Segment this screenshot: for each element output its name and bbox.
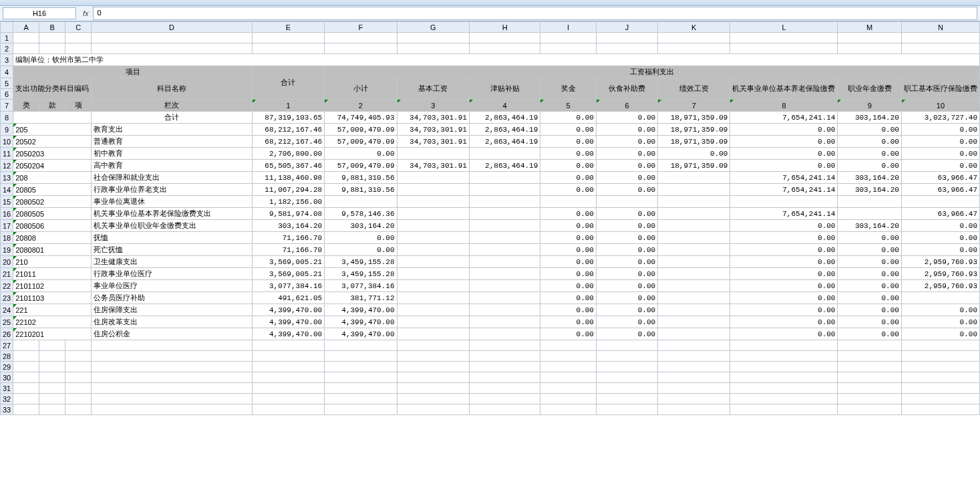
cell[interactable]	[13, 43, 39, 54]
cell[interactable]: 0.00	[325, 244, 397, 256]
cell[interactable]: 0.00	[596, 172, 657, 184]
cell[interactable]: 0.00	[838, 124, 901, 136]
cell-code[interactable]: 20805	[13, 184, 92, 196]
cell[interactable]: 0.00	[730, 292, 838, 304]
col-header[interactable]: C	[65, 22, 92, 33]
hdr-colnum[interactable]: 4	[469, 100, 540, 112]
cell[interactable]: 18,971,359.09	[658, 112, 730, 124]
cell[interactable]	[596, 351, 657, 362]
cell[interactable]: 0.00	[901, 304, 979, 316]
cell[interactable]	[540, 196, 597, 208]
cell[interactable]	[92, 404, 253, 415]
cell[interactable]	[252, 404, 324, 415]
cell[interactable]	[397, 362, 469, 372]
cell[interactable]: 2,959,760.93	[901, 280, 979, 292]
row-header[interactable]: 6	[1, 89, 13, 100]
row-header[interactable]: 29	[1, 362, 13, 372]
cell[interactable]: 0.00	[596, 220, 657, 232]
cell[interactable]: 0.00	[540, 112, 597, 124]
cell[interactable]: 0.00	[901, 220, 979, 232]
cell-code[interactable]: 22102	[13, 316, 92, 328]
cell[interactable]	[838, 404, 901, 415]
cell[interactable]: 0.00	[596, 136, 657, 148]
row-header[interactable]: 5	[1, 78, 13, 89]
cell[interactable]	[397, 340, 469, 351]
cell[interactable]	[469, 268, 540, 280]
cell[interactable]: 0.00	[838, 316, 901, 328]
cell[interactable]	[730, 33, 838, 43]
cell[interactable]	[596, 362, 657, 372]
cell[interactable]	[65, 340, 92, 351]
cell[interactable]	[325, 33, 397, 43]
row-header[interactable]: 27	[1, 340, 13, 351]
row-header[interactable]: 25	[1, 316, 13, 328]
cell[interactable]: 3,023,727.40	[901, 112, 979, 124]
row-header[interactable]: 32	[1, 394, 13, 404]
row-header[interactable]: 12	[1, 160, 13, 172]
cell[interactable]: 0.00	[540, 136, 597, 148]
cell[interactable]	[92, 394, 253, 404]
cell[interactable]: 303,164.20	[838, 220, 901, 232]
cell[interactable]	[39, 394, 65, 404]
cell[interactable]: 0.00	[596, 148, 657, 160]
row-header[interactable]: 9	[1, 124, 13, 136]
cell[interactable]: 18,971,359.09	[658, 124, 730, 136]
cell[interactable]	[65, 372, 92, 383]
cell[interactable]	[658, 351, 730, 362]
cell-name[interactable]: 公务员医疗补助	[92, 292, 253, 304]
cell[interactable]: 491,621.05	[252, 292, 324, 304]
cell[interactable]: 7,654,241.14	[730, 112, 838, 124]
cell[interactable]: 0.00	[540, 328, 597, 340]
cell[interactable]: 9,581,974.08	[252, 208, 324, 220]
col-header[interactable]: L	[730, 22, 838, 33]
cell[interactable]	[658, 383, 730, 394]
cell[interactable]	[65, 383, 92, 394]
row-header[interactable]: 11	[1, 148, 13, 160]
cell[interactable]: 0.00	[596, 160, 657, 172]
cell-code[interactable]: 2080505	[13, 208, 92, 220]
cell[interactable]: 9,578,146.36	[325, 208, 397, 220]
cell-code[interactable]: 20502	[13, 136, 92, 148]
cell[interactable]: 3,077,384.16	[325, 280, 397, 292]
cell[interactable]: 63,966.47	[901, 184, 979, 196]
cell-name[interactable]: 卫生健康支出	[92, 256, 253, 268]
cell[interactable]	[901, 43, 979, 54]
cell[interactable]	[469, 328, 540, 340]
cell[interactable]	[65, 394, 92, 404]
cell[interactable]: 0.00	[838, 256, 901, 268]
cell[interactable]: 303,164.20	[252, 220, 324, 232]
hdr-colnum[interactable]: 2	[325, 100, 397, 112]
cell[interactable]	[658, 372, 730, 383]
cell[interactable]: 0.00	[838, 160, 901, 172]
cell-code[interactable]: 2080506	[13, 220, 92, 232]
cell[interactable]: 0.00	[730, 136, 838, 148]
cell[interactable]	[397, 351, 469, 362]
cell[interactable]	[397, 33, 469, 43]
cell[interactable]: 0.00	[596, 184, 657, 196]
cell[interactable]	[730, 340, 838, 351]
cell[interactable]	[397, 220, 469, 232]
cell[interactable]: 63,966.47	[901, 172, 979, 184]
cell[interactable]: 0.00	[730, 124, 838, 136]
cell[interactable]	[658, 196, 730, 208]
cell[interactable]: 0.00	[596, 244, 657, 256]
cell[interactable]	[540, 404, 597, 415]
cell[interactable]: 0.00	[540, 256, 597, 268]
cell[interactable]: 0.00	[730, 148, 838, 160]
cell[interactable]: 0.00	[901, 244, 979, 256]
cell[interactable]	[39, 404, 65, 415]
row-header[interactable]: 22	[1, 280, 13, 292]
cell[interactable]	[13, 394, 39, 404]
row-header[interactable]: 23	[1, 292, 13, 304]
cell[interactable]: 0.00	[838, 280, 901, 292]
cell[interactable]: 0.00	[901, 124, 979, 136]
cell[interactable]	[39, 362, 65, 372]
cell[interactable]: 57,009,470.09	[325, 136, 397, 148]
row-header[interactable]: 24	[1, 304, 13, 316]
cell[interactable]	[540, 394, 597, 404]
cell[interactable]: 3,077,384.16	[252, 280, 324, 292]
hdr-perf[interactable]: 绩效工资	[658, 78, 730, 100]
cell[interactable]	[65, 43, 92, 54]
cell[interactable]: 0.00	[730, 244, 838, 256]
cell[interactable]	[730, 43, 838, 54]
